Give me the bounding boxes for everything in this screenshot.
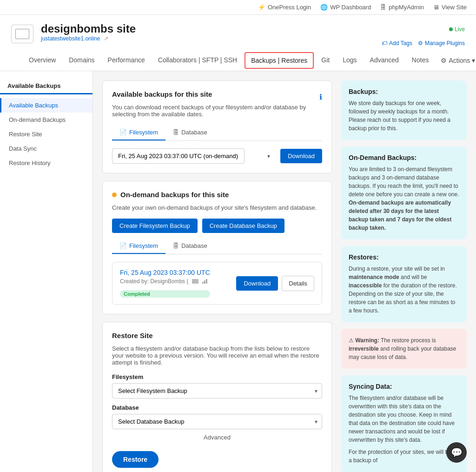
warning-icon: ⚠ xyxy=(349,337,354,344)
filesystem-tab[interactable]: 📄 Filesystem xyxy=(112,125,165,140)
db-icon: 🗄 xyxy=(380,4,386,11)
on-demand-title: On-demand backups for this site xyxy=(120,191,229,199)
sidebar-item-data-sync[interactable]: Data Sync xyxy=(0,141,93,156)
database-backup-select[interactable]: Select Database Backup xyxy=(112,414,322,429)
on-demand-database-tab[interactable]: 🗄 Database xyxy=(165,239,215,254)
warning-card: ⚠ Warning: The restore process is irreve… xyxy=(341,329,467,369)
restores-info-title: Restores: xyxy=(349,253,459,261)
tab-logs[interactable]: Logs xyxy=(336,51,363,70)
backup-date: Fri, 25 Aug 2023 03:37:00 UTC xyxy=(120,269,210,276)
tab-advanced[interactable]: Advanced xyxy=(364,51,405,70)
site-url-link[interactable]: justatestwebsite1.online xyxy=(41,35,100,42)
on-demand-tabs: 📄 Filesystem 🗄 Database xyxy=(112,239,322,254)
syncing-info-text2: For the protection of your sites, we wil… xyxy=(349,448,459,465)
restores-info-text: During a restore, your site will be set … xyxy=(349,265,459,315)
on-demand-info-title: On-Demand Backups: xyxy=(349,154,459,161)
external-link-icon[interactable]: ↗ xyxy=(104,35,108,42)
manage-plugins-button[interactable]: ⚙ Manage Plugins xyxy=(418,40,465,47)
available-backups-desc: You can download recent backups of your … xyxy=(112,104,322,118)
view-site-link[interactable]: 🖥 View Site xyxy=(433,4,467,11)
create-backup-buttons: Create Filesystem Backup Create Database… xyxy=(112,219,322,233)
filesystem-label: Filesystem xyxy=(112,373,322,380)
backup-details-button[interactable]: Details xyxy=(282,276,314,291)
restore-button[interactable]: Restore xyxy=(112,451,159,468)
backups-info-title: Backups: xyxy=(349,88,459,95)
sidebar-item-restore-site[interactable]: Restore Site xyxy=(0,127,93,141)
backup-item-actions: Download Details xyxy=(236,276,314,291)
tag-icon: 🏷 xyxy=(382,40,387,47)
backups-info-text: We store daily backups for one week, fol… xyxy=(349,99,459,133)
available-backups-title: Available backups for this site xyxy=(112,90,212,98)
file-icon2: 📄 xyxy=(119,242,127,249)
main-layout: Available Backups Available Backups On-d… xyxy=(0,71,476,472)
available-backups-card: Available backups for this site ℹ You ca… xyxy=(102,80,332,173)
chevron-down-icon: ▾ xyxy=(472,57,475,64)
tab-notes[interactable]: Notes xyxy=(405,51,436,70)
nav-tabs: Overview Domains Performance Collaborato… xyxy=(11,50,465,71)
add-tags-button[interactable]: 🏷 Add Tags xyxy=(382,40,412,47)
backup-date-select[interactable]: Fri, 25 Aug 2023 03:37:00 UTC (on-demand… xyxy=(112,148,245,164)
tab-domains[interactable]: Domains xyxy=(62,51,101,70)
on-demand-status-dot xyxy=(112,193,117,197)
file-icon: 📄 xyxy=(119,129,127,136)
top-bar: ⚡ OnePress Login 🌐 WP Dashboard 🗄 phpMyA… xyxy=(0,0,476,15)
sidebar-item-restore-history[interactable]: Restore History xyxy=(0,156,93,170)
phpmyadmin-link[interactable]: 🗄 phpMyAdmin xyxy=(380,4,424,11)
sidebar-item-available-backups[interactable]: Available Backups xyxy=(0,98,93,113)
tab-git[interactable]: Git xyxy=(315,51,336,70)
site-header: designbombs site justatestwebsite1.onlin… xyxy=(0,15,476,71)
wp-dashboard-link[interactable]: 🌐 WP Dashboard xyxy=(320,4,371,11)
db-tab-icon: 🗄 xyxy=(173,129,179,136)
main-content: Available backups for this site ℹ You ca… xyxy=(102,80,332,472)
live-dot-icon xyxy=(449,27,453,31)
on-demand-card: On-demand backups for this site Create y… xyxy=(102,181,332,314)
filesystem-backup-select[interactable]: Select Filesystem Backup xyxy=(112,383,322,399)
backup-tabs: 📄 Filesystem 🗄 Database xyxy=(112,125,322,141)
create-filesystem-backup-button[interactable]: Create Filesystem Backup xyxy=(112,219,198,233)
site-logo xyxy=(11,25,33,43)
onepress-login-link[interactable]: ⚡ OnePress Login xyxy=(258,4,311,11)
on-demand-info-card: On-Demand Backups: You are limited to 3 … xyxy=(341,146,467,239)
database-label: Database xyxy=(112,404,322,411)
download-button[interactable]: Download xyxy=(280,149,322,163)
restore-title: Restore Site xyxy=(112,332,322,339)
page-icon xyxy=(192,279,198,284)
header-actions: 🏷 Add Tags ⚙ Manage Plugins xyxy=(382,36,465,50)
content-area: Available backups for this site ℹ You ca… xyxy=(93,71,476,472)
backup-download-button[interactable]: Download xyxy=(236,276,278,291)
backup-meta: Created by: DesignBombs ( xyxy=(120,278,210,285)
syncing-info-title: Syncing Data: xyxy=(349,383,459,390)
database-tab[interactable]: 🗄 Database xyxy=(165,125,215,140)
chat-bubble[interactable]: 💬 xyxy=(446,442,467,463)
monitor-icon: 🖥 xyxy=(433,4,439,11)
tab-overview[interactable]: Overview xyxy=(22,51,62,70)
tab-performance[interactable]: Performance xyxy=(101,51,152,70)
sidebar-item-on-demand[interactable]: On-demand Backups xyxy=(0,113,93,127)
on-demand-filesystem-tab[interactable]: 📄 Filesystem xyxy=(112,239,165,254)
tab-backups-restores[interactable]: Backups | Restores xyxy=(245,52,314,69)
backup-item-row: Fri, 25 Aug 2023 03:37:00 UTC Created by… xyxy=(120,269,314,298)
sidebar: Available Backups Available Backups On-d… xyxy=(0,71,93,472)
signal-icon xyxy=(202,279,207,284)
plugin-icon: ⚙ xyxy=(418,40,423,47)
restore-desc: Select a filesystem and/or database back… xyxy=(112,345,322,366)
tab-collaborators[interactable]: Collaborators | SFTP | SSH xyxy=(152,51,244,70)
backup-select-row: Fri, 25 Aug 2023 03:37:00 UTC (on-demand… xyxy=(112,148,322,164)
backups-info-card: Backups: We store daily backups for one … xyxy=(341,80,467,140)
sidebar-title: Available Backups xyxy=(0,79,93,94)
actions-dropdown[interactable]: ⚙ Actions ▾ xyxy=(435,53,476,68)
status-badge: Completed xyxy=(120,290,210,298)
advanced-link[interactable]: Advanced xyxy=(112,429,322,445)
info-icon[interactable]: ℹ xyxy=(319,93,322,101)
db-icon2: 🗄 xyxy=(173,242,179,249)
right-sidebar: Backups: We store daily backups for one … xyxy=(341,80,467,472)
create-database-backup-button[interactable]: Create Database Backup xyxy=(202,219,284,233)
backup-item-left: Fri, 25 Aug 2023 03:37:00 UTC Created by… xyxy=(120,269,210,298)
gear-icon: ⚙ xyxy=(441,57,447,64)
backup-list-item: Fri, 25 Aug 2023 03:37:00 UTC Created by… xyxy=(112,262,322,305)
on-demand-desc: Create your own on-demand backups of you… xyxy=(112,204,322,211)
restores-info-card: Restores: During a restore, your site wi… xyxy=(341,246,467,322)
chat-icon: 💬 xyxy=(451,447,463,458)
wp-icon: 🌐 xyxy=(320,4,328,11)
site-title: designbombs site xyxy=(41,22,136,35)
